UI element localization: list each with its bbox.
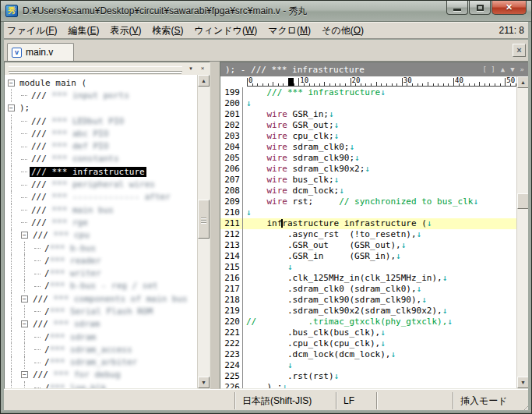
code-line[interactable]: 226 ) ;↓ (220, 382, 516, 388)
code-line[interactable]: 201 wire GSR_in;↓ (220, 109, 516, 120)
code-line[interactable]: 210↓ (220, 207, 516, 218)
outline-item[interactable]: −module main ( (8, 76, 210, 89)
code-line[interactable]: 223 .dcm_lock(dcm_lock),↓ (220, 349, 516, 360)
maximize-button[interactable] (469, 1, 491, 15)
outline-item[interactable]: −); (8, 102, 210, 115)
minimize-button[interactable] (446, 1, 468, 15)
outline-item[interactable]: /*** sdram_arbiter (8, 356, 210, 369)
code-line[interactable]: 214 .GSR_in (GSR_in),↓ (220, 251, 516, 262)
code-line[interactable]: 221 .bus_clk(bus_clk),↓ (220, 327, 516, 338)
code-line[interactable]: 209 wire rst; // synchronized to bus_clk… (220, 196, 516, 207)
outline-item[interactable]: /*** b-bus - reg / set (8, 280, 210, 292)
code-line[interactable]: 207 wire bus_clk;↓ (220, 175, 516, 186)
code-line[interactable]: 212 .async_rst (!to_resetn),↓ (220, 229, 516, 240)
line-number: 207 (220, 175, 243, 186)
editor-heading-bar[interactable]: ); - /// *** infrastructure [ ]▲▼» (220, 62, 529, 76)
code-line[interactable]: 218 .sdram_clk90(sdram_clk90),↓ (220, 295, 516, 306)
expander-minus-icon[interactable]: − (21, 371, 28, 378)
code-line[interactable]: 215 ↓ (220, 262, 516, 273)
scroll-down-icon[interactable]: ▼ (198, 377, 210, 388)
menu-item[interactable]: 表示(V) (104, 23, 146, 39)
menu-item[interactable]: マクロ(M) (262, 23, 316, 39)
code-line[interactable]: 211 infrastructure infrastructure (↓ (220, 218, 516, 229)
line-number: 220 (220, 317, 243, 327)
outline-item[interactable]: /// *** abc PIO (8, 127, 210, 140)
outline-item[interactable]: /// *** input ports (8, 89, 210, 101)
code-area[interactable]: 199 /// *** infrastructure↓200↓201 wire … (220, 87, 516, 388)
outline-item[interactable]: /// *** rge (8, 216, 210, 228)
newline-mark: ↓ (334, 371, 340, 381)
code-line[interactable]: 224 ↓ (220, 360, 516, 371)
code-line[interactable]: 203 wire cpu_clk;↓ (220, 131, 516, 142)
code-line[interactable]: 206 wire sdram_clk90x2;↓ (220, 164, 516, 175)
scroll-up-icon[interactable]: ▲ (198, 75, 210, 87)
outline-item[interactable]: /// *** peripheral wires (8, 178, 210, 190)
editor-heading-icons: [ ]▲▼» (482, 65, 524, 73)
outline-close-icon[interactable]: × (197, 64, 208, 74)
prev-heading-icon[interactable]: ▲ (501, 65, 505, 73)
menu-item[interactable]: ウィンドウ(W) (189, 23, 263, 39)
menu-item[interactable]: 検索(S) (147, 23, 189, 39)
outline-item[interactable]: −/// *** for debug (8, 369, 210, 381)
brackets-icon[interactable]: [ ] (482, 65, 495, 73)
code-line[interactable]: 225 .rst(rst)↓ (220, 371, 516, 382)
outline-item[interactable]: −/// *** components of main bus (8, 292, 210, 305)
next-heading-icon[interactable]: ▼ (510, 65, 514, 73)
code-line[interactable]: 222 .cpu_clk(cpu_clk),↓ (220, 338, 516, 349)
outline-item-label: /*** b-bus - reg / set (43, 281, 160, 291)
outline-item[interactable]: /// *** constants (8, 153, 210, 165)
outline-item[interactable]: /*** b-bus (8, 242, 210, 254)
menu-item[interactable]: その他(O) (316, 23, 369, 39)
outline-dropdown-icon[interactable]: ▼ (185, 64, 196, 74)
outline-item[interactable]: −/// *** cpu (8, 229, 210, 242)
outline-item[interactable]: /*** reader (8, 254, 210, 267)
outline-scrollbar[interactable]: ▲ ▼ (197, 75, 210, 388)
main-area: ▼ × −module main (/// *** input ports−);… (4, 62, 530, 389)
tab-close-button[interactable]: × (513, 44, 526, 57)
close-button[interactable]: ✕ (491, 1, 527, 15)
code-line[interactable]: 200↓ (220, 98, 516, 109)
outline-scrollbar-thumb[interactable] (198, 200, 210, 239)
expander-minus-icon[interactable]: − (21, 320, 28, 327)
expander-minus-icon[interactable]: − (8, 104, 15, 111)
expander-minus-icon[interactable]: − (21, 295, 28, 303)
expander-minus-icon[interactable]: − (21, 232, 28, 239)
editor-scrollbar-thumb[interactable] (517, 193, 529, 209)
pane-splitter[interactable] (210, 62, 220, 389)
code-line[interactable]: 202 wire GSR_out;↓ (220, 120, 516, 131)
outline-item[interactable]: /// *** infrastructure (8, 165, 210, 178)
outline-item[interactable]: /// *** ------------- after (8, 191, 210, 203)
scroll-down-icon[interactable]: ▼ (517, 377, 529, 388)
code-line[interactable]: 204 wire sdram_clk0;↓ (220, 142, 516, 153)
outline-item[interactable]: /// *** main bus (8, 203, 210, 216)
outline-grip[interactable] (9, 66, 182, 72)
code-line[interactable]: 199 /// *** infrastructure↓ (220, 87, 516, 98)
code-line[interactable]: 205 wire sdram_clk90;↓ (220, 153, 516, 164)
app-icon: 秀 (5, 5, 18, 17)
scroll-up-icon[interactable]: ▲ (517, 76, 529, 88)
menu-item[interactable]: ファイル(F) (2, 23, 62, 39)
chevrons-icon[interactable]: » (520, 65, 524, 73)
expander-minus-icon[interactable]: − (8, 80, 15, 87)
outline-item[interactable]: −/// *** sdram (8, 318, 210, 331)
outline-item[interactable]: /// *** LEDbut PIO (8, 115, 210, 127)
outline-item[interactable]: /*** Serial Flash ROM (8, 305, 210, 317)
newline-mark: ↓ (427, 218, 432, 228)
editor-scrollbar[interactable]: ▲ ▼ (516, 76, 529, 388)
tab-main-v[interactable]: v main.v (7, 43, 74, 61)
outline-item[interactable]: /*** writer (8, 267, 210, 279)
code-line[interactable]: 219 .sdram_clk90x2(sdram_clk90x2),↓ (220, 306, 516, 317)
outline-item-label: /// *** constants (30, 154, 121, 164)
code-line[interactable]: 220// .trimac_gtxclk(phy_gtxclk),↓ (220, 317, 516, 327)
menu-item[interactable]: 編集(E) (62, 23, 104, 39)
outline-item[interactable]: /// *** def PIO (8, 140, 210, 152)
code-line[interactable]: 213 .GSR_out (GSR_out),↓ (220, 240, 516, 251)
code-line[interactable]: 217 .sdram_clk0 (sdram_clk0),↓ (220, 284, 516, 295)
outline-item[interactable]: /*** log-blk (8, 381, 210, 388)
titlebar[interactable]: 秀 D:¥Users¥osamu¥Desktop¥circuit¥sawarab… (1, 1, 531, 22)
code-line[interactable]: 216 .clk_125MHz_in(clk_125MHz_in),↓ (220, 273, 516, 284)
outline-item[interactable]: /*** sdram_access (8, 343, 210, 356)
outline-item[interactable]: /*** sdram (8, 331, 210, 343)
code-line[interactable]: 208 wire dcm_lock;↓ (220, 186, 516, 196)
outline-item-label: /// *** abc PIO (30, 129, 110, 139)
